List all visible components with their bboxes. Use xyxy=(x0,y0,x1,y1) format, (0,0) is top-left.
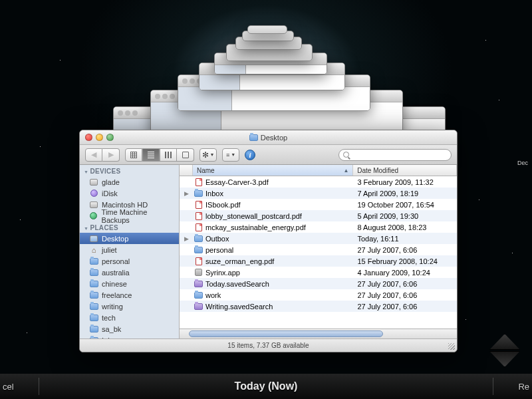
folder-icon xyxy=(194,189,203,198)
cancel-button[interactable]: cel xyxy=(0,382,14,392)
folder-icon xyxy=(89,325,98,333)
file-name: Essay-Carver-3.pdf xyxy=(205,178,269,186)
sidebar-item-label: Desktop xyxy=(102,235,128,243)
dropdown-button[interactable]: ≡▼ xyxy=(222,148,239,162)
search-input[interactable] xyxy=(352,151,447,158)
file-name: Today.savedSearch xyxy=(205,280,269,288)
search-field[interactable] xyxy=(338,149,452,161)
sidebar-item[interactable]: freelance xyxy=(80,289,179,301)
nav-buttons: ◀ ▶ xyxy=(85,148,120,162)
sidebar-item[interactable]: Desktop xyxy=(80,233,179,244)
file-name: suze_orman_eng.pdf xyxy=(205,257,274,265)
sidebar-item-label: iDisk xyxy=(102,190,118,198)
sidebar-item-label: Time Machine Backups xyxy=(102,208,175,224)
pdf-icon xyxy=(194,178,203,186)
sidebar-item[interactable]: personal xyxy=(80,255,179,267)
columns-icon xyxy=(165,152,172,158)
close-button[interactable] xyxy=(85,134,92,141)
file-list[interactable]: Essay-Carver-3.pdf3 February 2009, 11:32… xyxy=(180,176,457,329)
file-name: Inbox xyxy=(205,190,223,198)
minimize-button[interactable] xyxy=(96,134,103,141)
sidebar-item-label: writing xyxy=(102,303,123,311)
folder-proxy-icon xyxy=(249,134,258,141)
file-row[interactable]: Writing.savedSearch27 July 2007, 6:06 xyxy=(180,301,457,312)
timeline-tick-label: Dec xyxy=(517,160,528,166)
hd-icon xyxy=(89,201,98,209)
sidebar-item[interactable]: glade xyxy=(80,176,179,188)
sidebar-item[interactable]: writing xyxy=(80,301,179,312)
smart-folder-icon xyxy=(194,279,203,288)
lines-icon: ≡ xyxy=(226,152,229,158)
disclosure-triangle[interactable]: ▶ xyxy=(180,190,193,197)
timeline-forward-button[interactable] xyxy=(489,351,520,367)
pdf-icon xyxy=(194,223,203,231)
tm-icon xyxy=(89,212,98,220)
file-date: 27 July 2007, 6:06 xyxy=(353,291,457,299)
view-list-button[interactable] xyxy=(142,148,160,162)
sidebar-item-label: sa_bk xyxy=(102,325,121,333)
file-name: personal xyxy=(205,246,233,254)
forward-button[interactable]: ▶ xyxy=(102,148,120,162)
file-row[interactable]: Today.savedSearch27 July 2007, 6:06 xyxy=(180,278,457,289)
sidebar-item-label: chinese xyxy=(102,280,127,288)
sidebar-item-label: juliet xyxy=(102,246,117,254)
pdf-icon xyxy=(194,211,203,220)
sidebar-item[interactable]: chinese xyxy=(80,278,179,289)
disclosure-triangle[interactable]: ▶ xyxy=(180,235,193,242)
column-header-date[interactable]: Date Modified xyxy=(353,165,457,176)
file-date: 27 July 2007, 6:06 xyxy=(353,280,457,288)
smart-folder-icon xyxy=(194,302,203,311)
file-row[interactable]: ▶Inbox7 April 2009, 18:19 xyxy=(180,188,457,199)
sidebar-section-header[interactable]: DEVICES xyxy=(80,165,179,176)
finder-window: Desktop ◀ ▶ ✻▼ ≡▼ i DEVICESgladeiDiskMac… xyxy=(79,130,458,352)
file-row[interactable]: ▶OutboxToday, 16:11 xyxy=(180,233,457,244)
file-row[interactable]: personal27 July 2007, 6:06 xyxy=(180,244,457,255)
scrollbar-thumb[interactable] xyxy=(189,331,383,337)
file-date: 4 January 2009, 10:24 xyxy=(353,269,457,277)
sidebar-item[interactable]: sa_bk xyxy=(80,323,179,334)
view-coverflow-button[interactable] xyxy=(177,148,194,162)
pdf-icon xyxy=(194,257,203,265)
snapshot-window[interactable] xyxy=(247,25,287,34)
file-name: ISbook.pdf xyxy=(205,201,241,209)
info-button[interactable]: i xyxy=(245,150,255,160)
file-row[interactable]: work27 July 2007, 6:06 xyxy=(180,289,457,301)
action-menu-button[interactable]: ✻▼ xyxy=(200,148,217,162)
sidebar-item[interactable]: ⌂juliet xyxy=(80,244,179,255)
folder-icon xyxy=(89,269,98,277)
horizontal-scrollbar[interactable] xyxy=(180,329,457,338)
file-name: mckay_sustainable_energy.pdf xyxy=(205,223,306,231)
search-icon xyxy=(343,152,349,158)
back-button[interactable]: ◀ xyxy=(85,148,102,162)
folder-icon xyxy=(89,280,98,288)
file-row[interactable]: Syrinx.app4 January 2009, 10:24 xyxy=(180,267,457,278)
sidebar-item[interactable]: iDisk xyxy=(80,188,179,199)
file-row[interactable]: mckay_sustainable_energy.pdf8 August 200… xyxy=(180,221,457,233)
timeline-bar: cel Today (Now) Re xyxy=(0,374,532,399)
chevron-down-icon: ▼ xyxy=(231,152,235,157)
file-row[interactable]: Essay-Carver-3.pdf3 February 2009, 11:32 xyxy=(180,176,457,188)
restore-button[interactable]: Re xyxy=(518,382,532,392)
status-text: 15 items, 7.37 GB available xyxy=(227,342,309,349)
file-row[interactable]: lobby_stonewall_postcard.pdf5 April 2009… xyxy=(180,210,457,221)
folder-icon xyxy=(89,303,98,311)
resize-handle[interactable] xyxy=(448,343,455,350)
sidebar-item-label: personal xyxy=(102,257,130,265)
view-icons-button[interactable] xyxy=(125,148,142,162)
sidebar-item[interactable]: Time Machine Backups xyxy=(80,210,179,221)
folder-icon xyxy=(194,245,203,254)
column-header-name[interactable]: Name ▲ xyxy=(193,165,353,176)
file-date: 7 April 2009, 18:19 xyxy=(353,190,457,198)
timeline-back-button[interactable] xyxy=(489,334,520,350)
toolbar: ◀ ▶ ✻▼ ≡▼ i xyxy=(80,145,457,165)
view-columns-button[interactable] xyxy=(160,148,177,162)
file-row[interactable]: ISbook.pdf19 October 2007, 16:54 xyxy=(180,199,457,210)
zoom-button[interactable] xyxy=(106,134,114,141)
folder-icon xyxy=(89,257,98,265)
file-date: 5 April 2009, 19:30 xyxy=(353,212,457,220)
file-row[interactable]: suze_orman_eng.pdf15 February 2008, 10:2… xyxy=(180,255,457,267)
chevron-left-icon: ◀ xyxy=(91,150,96,159)
sidebar-item[interactable]: australia xyxy=(80,267,179,278)
titlebar[interactable]: Desktop xyxy=(80,130,457,145)
sidebar-item[interactable]: tech xyxy=(80,312,179,323)
